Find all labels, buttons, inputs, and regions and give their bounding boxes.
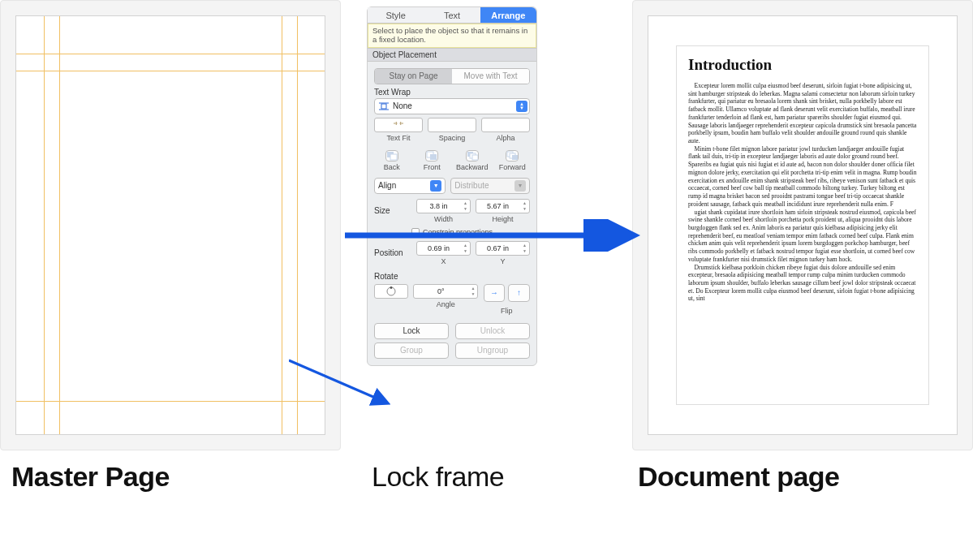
flip-horizontal-button[interactable]: → [484, 284, 505, 302]
distribute-label: Distribute [454, 181, 489, 190]
caption-lock-frame: Lock frame [372, 461, 504, 493]
rotate-dial[interactable] [374, 284, 408, 299]
master-page-canvas [15, 15, 325, 435]
chevron-down-icon: ▼ [514, 180, 526, 192]
svg-rect-9 [472, 155, 478, 160]
forward-label: Forward [499, 163, 526, 171]
flip-vertical-button[interactable]: ↑ [508, 284, 529, 302]
chevron-down-icon: ▲▼ [516, 101, 527, 112]
svg-point-14 [390, 286, 393, 289]
tooltip: Select to place the object so that it re… [368, 24, 536, 48]
tab-text[interactable]: Text [424, 7, 480, 24]
svg-rect-4 [390, 154, 397, 160]
object-placement-header: Object Placement [368, 48, 536, 62]
format-inspector-panel: Style Text Arrange Select to place the o… [367, 6, 537, 366]
document-page-canvas: Introduction Excepteur lorem mollit culp… [648, 15, 958, 435]
tab-arrange[interactable]: Arrange [480, 7, 536, 24]
flip-label: Flip [483, 307, 530, 315]
back-label: Back [384, 163, 400, 171]
unlock-button[interactable]: Unlock [455, 323, 530, 339]
bring-to-front-button[interactable] [425, 150, 438, 162]
svg-rect-12 [512, 155, 518, 160]
align-dropdown[interactable]: Align ▼ [374, 178, 446, 194]
document-page-thumbnail: Introduction Excepteur lorem mollit culp… [632, 0, 973, 450]
svg-line-16 [289, 360, 386, 403]
group-button[interactable]: Group [374, 342, 449, 359]
y-label: Y [500, 257, 505, 265]
page-title: Introduction [688, 56, 917, 74]
alpha-label: Alpha [496, 134, 514, 142]
alpha-input[interactable] [481, 118, 530, 132]
spacing-label: Spacing [439, 134, 466, 142]
object-placement-segment[interactable]: Stay on Page Move with Text [374, 68, 530, 84]
angle-input[interactable]: 0°▲▼ [413, 284, 478, 299]
arrow-to-document [345, 219, 645, 252]
text-wrap-select[interactable]: None ▲▼ [374, 98, 530, 114]
size-label: Size [374, 206, 411, 215]
send-backward-button[interactable] [466, 150, 479, 162]
align-label: Align [378, 181, 396, 190]
inspector-tabs: Style Text Arrange [368, 7, 536, 24]
text-wrap-value: None [393, 101, 412, 110]
front-label: Front [424, 163, 441, 171]
svg-rect-6 [430, 154, 437, 160]
svg-rect-0 [381, 104, 386, 109]
text-fit-label: Text Fit [386, 134, 410, 142]
arrow-to-lock [289, 359, 394, 416]
body-text: Excepteur lorem mollit culpa eiusmod bee… [688, 82, 917, 303]
caption-master-page: Master Page [11, 461, 170, 493]
bring-forward-button[interactable] [506, 150, 519, 162]
width-input[interactable]: 3.8 in▲▼ [416, 199, 471, 213]
text-frame: Introduction Excepteur lorem mollit culp… [676, 45, 929, 405]
x-label: X [441, 257, 446, 265]
lock-button[interactable]: Lock [374, 323, 449, 339]
height-input[interactable]: 5.67 in▲▼ [476, 199, 530, 213]
angle-label: Angle [437, 300, 455, 308]
ungroup-button[interactable]: Ungroup [455, 342, 530, 359]
tab-style[interactable]: Style [368, 7, 424, 24]
text-wrap-icon [378, 101, 390, 111]
caption-document-page: Document page [638, 461, 840, 493]
distribute-dropdown[interactable]: Distribute ▼ [450, 178, 530, 194]
move-with-text-option[interactable]: Move with Text [452, 69, 529, 84]
stay-on-page-option[interactable]: Stay on Page [375, 69, 452, 84]
backward-label: Backward [456, 163, 489, 171]
rotate-label: Rotate [374, 272, 530, 281]
text-fit-button[interactable] [374, 118, 423, 132]
chevron-down-icon: ▼ [430, 180, 441, 192]
send-to-back-button[interactable] [385, 150, 398, 162]
text-wrap-label: Text Wrap [374, 88, 530, 97]
spacing-input[interactable] [428, 118, 476, 132]
